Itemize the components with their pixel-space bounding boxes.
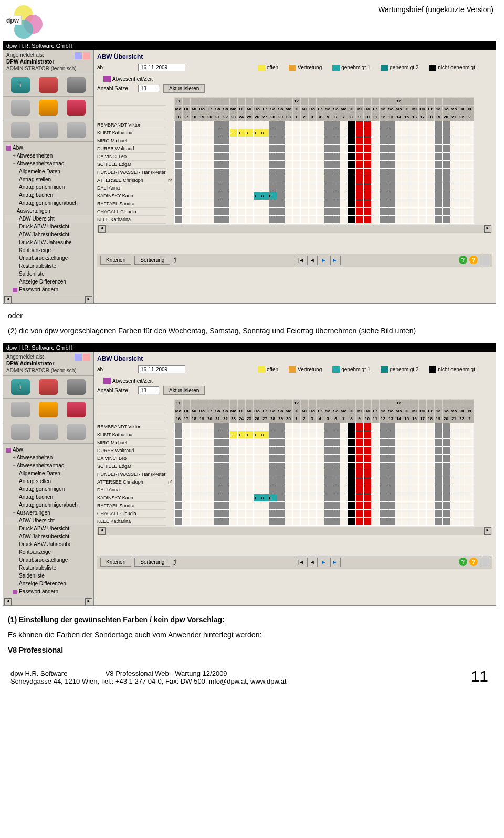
tree-item[interactable]: Saldenliste	[5, 270, 92, 278]
grid-cell[interactable]	[418, 517, 426, 525]
grid-cell[interactable]	[174, 454, 182, 462]
grid-cell[interactable]	[316, 494, 324, 501]
grid-cell[interactable]	[308, 470, 316, 478]
grid-cell[interactable]	[269, 431, 277, 438]
grid-cell[interactable]	[355, 184, 363, 192]
grid-cell[interactable]	[229, 486, 237, 494]
grid-cell[interactable]	[300, 470, 308, 478]
grid-cell[interactable]	[206, 462, 214, 470]
grid-cell[interactable]	[458, 454, 466, 462]
grid-cell[interactable]	[458, 478, 466, 486]
grid-cell[interactable]	[292, 478, 300, 486]
grid-cell[interactable]	[190, 478, 198, 486]
grid-cell[interactable]: u	[237, 431, 245, 438]
grid-cell[interactable]	[214, 431, 222, 438]
grid-cell[interactable]	[198, 168, 206, 176]
grid-cell[interactable]	[403, 509, 411, 517]
grid-cell[interactable]	[426, 494, 434, 501]
grid-cell[interactable]	[229, 494, 237, 501]
grid-cell[interactable]	[292, 501, 300, 509]
grid-cell[interactable]	[316, 152, 324, 160]
grid-cell[interactable]	[316, 137, 324, 144]
grid-cell[interactable]	[418, 478, 426, 486]
grid-cell[interactable]	[324, 470, 332, 478]
grid-cell[interactable]	[379, 509, 387, 517]
grid-cell[interactable]	[214, 446, 222, 454]
grid-cell[interactable]	[214, 509, 222, 517]
grid-cell[interactable]	[261, 137, 269, 144]
grid-cell[interactable]	[324, 207, 332, 215]
grid-cell[interactable]	[292, 152, 300, 160]
grid-cell[interactable]	[458, 184, 466, 192]
grid-cell[interactable]	[466, 494, 474, 501]
grid-cell[interactable]	[269, 446, 277, 454]
grid-cell[interactable]	[237, 144, 245, 152]
grid-cell[interactable]	[174, 446, 182, 454]
grid-cell[interactable]	[308, 168, 316, 176]
grid-cell[interactable]	[450, 129, 458, 137]
grid-cell[interactable]	[340, 129, 348, 137]
grid-cell[interactable]	[403, 462, 411, 470]
grid-cell[interactable]	[285, 160, 292, 168]
grid-cell[interactable]	[269, 438, 277, 446]
grid-cell[interactable]	[316, 478, 324, 486]
grid-cell[interactable]	[316, 470, 324, 478]
grid-cell[interactable]	[316, 200, 324, 207]
grid-cell[interactable]	[371, 207, 379, 215]
grid-cell[interactable]	[387, 423, 395, 431]
grid-cell[interactable]	[292, 438, 300, 446]
grid-cell[interactable]	[190, 176, 198, 184]
grid-cell[interactable]	[387, 168, 395, 176]
grid-cell[interactable]	[371, 509, 379, 517]
grid-cell[interactable]	[222, 478, 229, 486]
sortierung-button[interactable]: Sortierung	[134, 256, 170, 265]
grid-cell[interactable]	[222, 137, 229, 144]
grid-cell[interactable]	[466, 517, 474, 525]
person-icon[interactable]	[67, 77, 86, 93]
grid-cell[interactable]	[277, 478, 285, 486]
grid-cell[interactable]	[434, 470, 442, 478]
grid-cell[interactable]	[418, 176, 426, 184]
grid-cell[interactable]	[198, 478, 206, 486]
grid-cell[interactable]	[300, 438, 308, 446]
grid-cell[interactable]	[466, 207, 474, 215]
grid-cell[interactable]	[308, 454, 316, 462]
grid-cell[interactable]	[253, 168, 261, 176]
grid-cell[interactable]	[206, 168, 214, 176]
grid-cell[interactable]	[332, 438, 340, 446]
grid-cell[interactable]	[206, 207, 214, 215]
grid-cell[interactable]	[285, 192, 292, 200]
user-icon[interactable]	[75, 52, 82, 59]
grid-cell[interactable]	[411, 192, 418, 200]
grid-cell[interactable]	[355, 486, 363, 494]
grid-cell[interactable]	[403, 121, 411, 129]
grid-cell[interactable]	[198, 423, 206, 431]
grid-cell[interactable]	[332, 501, 340, 509]
grid-cell[interactable]	[222, 501, 229, 509]
grid-cell[interactable]	[348, 423, 355, 431]
grid-cell[interactable]	[387, 470, 395, 478]
grid-cell[interactable]	[285, 176, 292, 184]
grid-cell[interactable]	[371, 137, 379, 144]
grid-cell[interactable]	[245, 509, 253, 517]
grid-cell[interactable]: u	[261, 431, 269, 438]
grid-cell[interactable]	[277, 215, 285, 223]
nav-prev-icon[interactable]: ◄	[307, 558, 318, 567]
grid-cell[interactable]	[426, 207, 434, 215]
grid-cell[interactable]	[261, 446, 269, 454]
grid-cell[interactable]	[269, 517, 277, 525]
tree-item[interactable]: −Auswertungen	[5, 509, 92, 517]
grid-cell[interactable]	[214, 517, 222, 525]
grid-cell[interactable]	[371, 176, 379, 184]
grid-cell[interactable]	[348, 192, 355, 200]
tree-item[interactable]: Antrag buchen	[5, 191, 92, 199]
grid-cell[interactable]	[450, 137, 458, 144]
grid-cell[interactable]	[269, 486, 277, 494]
grid-cell[interactable]	[426, 478, 434, 486]
grid-cell[interactable]	[324, 137, 332, 144]
grid-cell[interactable]	[174, 494, 182, 501]
grid-cell[interactable]	[174, 486, 182, 494]
grid-cell[interactable]	[348, 144, 355, 152]
grid-cell[interactable]	[214, 200, 222, 207]
grid-cell[interactable]	[458, 121, 466, 129]
